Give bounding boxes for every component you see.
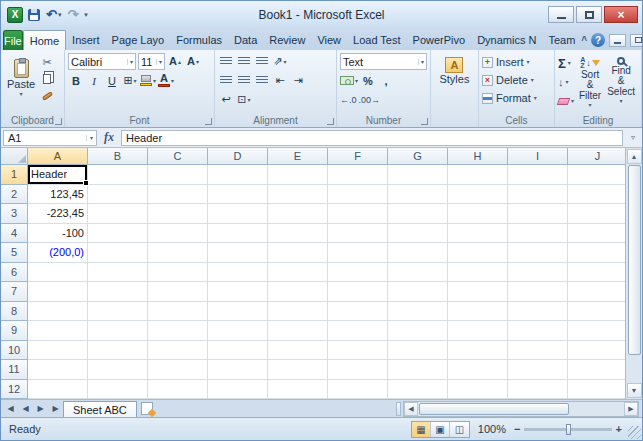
merge-center-button[interactable]: ⊡▾ <box>236 92 252 108</box>
cell-I1[interactable] <box>508 165 568 185</box>
cell-E9[interactable] <box>268 321 328 341</box>
cell-F1[interactable] <box>328 165 388 185</box>
close-button[interactable]: × <box>604 6 638 23</box>
increase-indent-button[interactable]: ⇥ <box>290 73 306 89</box>
cell-F6[interactable] <box>328 263 388 283</box>
zoom-in-button[interactable]: + <box>616 423 622 435</box>
horizontal-scrollbar[interactable]: ◀ ▶ <box>403 401 639 417</box>
sheet-tab-active[interactable]: Sheet ABC <box>63 401 137 418</box>
cell-H2[interactable] <box>448 185 508 205</box>
cell-D2[interactable] <box>208 185 268 205</box>
cell-C6[interactable] <box>148 263 208 283</box>
normal-view-button[interactable]: ▦ <box>412 422 431 437</box>
vertical-scrollbar[interactable]: ▲ ▼ <box>625 148 642 399</box>
scroll-right-icon[interactable]: ▶ <box>624 402 638 416</box>
cell-F5[interactable] <box>328 243 388 263</box>
redo-button[interactable]: ↷ <box>66 8 79 22</box>
underline-button[interactable]: U <box>104 73 120 89</box>
cell-F10[interactable] <box>328 341 388 361</box>
row-header-9[interactable]: 9 <box>1 321 28 341</box>
zoom-slider-thumb[interactable] <box>566 424 571 435</box>
shrink-font-button[interactable]: A▾ <box>185 54 201 70</box>
cell-G8[interactable] <box>388 302 448 322</box>
customize-qat-button[interactable]: ▾ <box>83 10 89 20</box>
cell-E10[interactable] <box>268 341 328 361</box>
cell-A12[interactable] <box>28 380 88 400</box>
cell-B1[interactable] <box>88 165 148 185</box>
cell-C10[interactable] <box>148 341 208 361</box>
resize-grip[interactable] <box>628 426 641 439</box>
clipboard-dialog-launcher-icon[interactable] <box>55 118 62 125</box>
cell-A8[interactable] <box>28 302 88 322</box>
autosum-button[interactable]: Σ▾ <box>558 55 574 71</box>
cell-D8[interactable] <box>208 302 268 322</box>
cell-A1[interactable]: Header <box>28 165 88 185</box>
cell-E12[interactable] <box>268 380 328 400</box>
align-bottom-button[interactable] <box>254 54 270 70</box>
cell-H5[interactable] <box>448 243 508 263</box>
delete-cells-button[interactable]: × Delete ▾ <box>482 71 551 89</box>
format-painter-button[interactable] <box>38 89 56 103</box>
cell-J7[interactable] <box>568 282 625 302</box>
cell-B6[interactable] <box>88 263 148 283</box>
cell-I8[interactable] <box>508 302 568 322</box>
column-header-F[interactable]: F <box>328 148 388 165</box>
cell-F9[interactable] <box>328 321 388 341</box>
cell-E6[interactable] <box>268 263 328 283</box>
fill-color-button[interactable]: ▾ <box>140 73 156 89</box>
bold-button[interactable]: B <box>68 73 84 89</box>
increase-decimal-button[interactable]: ←.0 <box>340 92 357 108</box>
ribbon-tab-dynamics-n[interactable]: Dynamics N <box>471 30 542 50</box>
cell-I10[interactable] <box>508 341 568 361</box>
copy-button[interactable] <box>38 72 56 86</box>
scroll-down-icon[interactable]: ▼ <box>627 383 642 398</box>
cell-G9[interactable] <box>388 321 448 341</box>
column-header-I[interactable]: I <box>508 148 568 165</box>
cell-A11[interactable] <box>28 360 88 380</box>
cell-H1[interactable] <box>448 165 508 185</box>
maximize-button[interactable] <box>576 6 602 23</box>
row-header-7[interactable]: 7 <box>1 282 28 302</box>
cell-G1[interactable] <box>388 165 448 185</box>
column-header-H[interactable]: H <box>448 148 508 165</box>
fill-button[interactable]: ↓▾ <box>558 74 574 90</box>
cell-I4[interactable] <box>508 224 568 244</box>
cell-G2[interactable] <box>388 185 448 205</box>
save-button[interactable] <box>27 8 41 22</box>
formula-input[interactable]: Header <box>121 130 623 146</box>
row-header-1[interactable]: 1 <box>1 165 28 185</box>
align-top-button[interactable] <box>218 54 234 70</box>
orientation-button[interactable]: ⇗▾ <box>272 54 288 70</box>
cell-C3[interactable] <box>148 204 208 224</box>
page-break-view-button[interactable]: ◫ <box>450 422 469 437</box>
ribbon-tab-load-test[interactable]: Load Test <box>347 30 407 50</box>
cell-I3[interactable] <box>508 204 568 224</box>
styles-button[interactable]: A Styles <box>434 53 475 113</box>
cell-B9[interactable] <box>88 321 148 341</box>
vertical-scroll-thumb[interactable] <box>628 165 641 355</box>
cell-B3[interactable] <box>88 204 148 224</box>
column-header-A[interactable]: A <box>28 148 88 165</box>
cell-C4[interactable] <box>148 224 208 244</box>
cell-J10[interactable] <box>568 341 625 361</box>
decrease-indent-button[interactable]: ⇤ <box>272 73 288 89</box>
align-right-button[interactable] <box>254 73 270 89</box>
cell-H4[interactable] <box>448 224 508 244</box>
font-name-combo[interactable]: Calibri▾ <box>68 53 136 70</box>
insert-worksheet-icon[interactable] <box>141 402 153 415</box>
next-sheet-button[interactable]: ▶ <box>33 401 48 417</box>
name-box[interactable]: A1▾ <box>3 130 97 146</box>
column-header-J[interactable]: J <box>568 148 625 165</box>
number-format-combo[interactable]: Text▾ <box>340 53 427 70</box>
cell-E5[interactable] <box>268 243 328 263</box>
cell-D10[interactable] <box>208 341 268 361</box>
horizontal-scroll-thumb[interactable] <box>419 403 569 415</box>
cell-A9[interactable] <box>28 321 88 341</box>
ribbon-collapse-icon[interactable]: ^ <box>581 35 587 46</box>
font-color-button[interactable]: A▾ <box>158 73 174 89</box>
align-left-button[interactable] <box>218 73 234 89</box>
cell-D3[interactable] <box>208 204 268 224</box>
zoom-level[interactable]: 100% <box>478 423 506 435</box>
cell-G5[interactable] <box>388 243 448 263</box>
decrease-decimal-button[interactable]: .00→ <box>358 92 380 108</box>
